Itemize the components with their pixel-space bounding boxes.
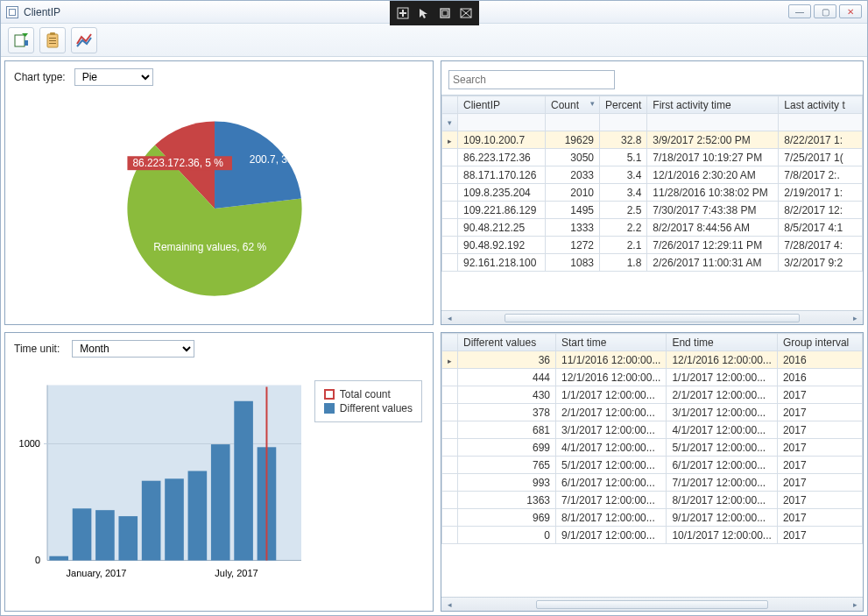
overlay-capture-icon[interactable] xyxy=(458,5,474,21)
minimize-button[interactable]: — xyxy=(788,4,811,18)
chart-type-label: Chart type: xyxy=(14,71,66,83)
cell-gi: 2017 xyxy=(777,509,862,527)
export-button[interactable] xyxy=(8,27,34,53)
row-indicator xyxy=(442,369,458,386)
chart-button[interactable] xyxy=(71,27,97,53)
cell-gi: 2017 xyxy=(777,457,862,474)
table-row[interactable]: 6813/1/2017 12:00:00...4/1/2017 12:00:00… xyxy=(442,421,863,439)
table-row[interactable]: 3611/1/2016 12:00:00...12/1/2016 12:00:0… xyxy=(442,351,863,369)
overlay-square-icon[interactable] xyxy=(437,5,453,21)
table-row[interactable]: 109.8.235.20420103.411/28/2016 10:38:02 … xyxy=(442,184,863,202)
time-unit-controls: Time unit: Month xyxy=(5,333,433,365)
filter-row: ▾ xyxy=(442,114,863,131)
table-row[interactable]: 9698/1/2017 12:00:00...9/1/2017 12:00:00… xyxy=(442,509,863,527)
cell-gi: 2017 xyxy=(777,404,862,421)
maximize-button[interactable]: ▢ xyxy=(814,4,836,18)
cell-percent: 2.1 xyxy=(600,237,647,254)
scroll-left-icon[interactable]: ◂ xyxy=(443,314,455,322)
col-clientip[interactable]: ClientIP xyxy=(458,96,546,114)
table-row[interactable]: 109.10.200.71962932.83/9/2017 2:52:00 PM… xyxy=(442,131,863,149)
cell-ip: 90.48.92.192 xyxy=(458,237,546,254)
table-row[interactable]: 09/1/2017 12:00:00...10/1/2017 12:00:00.… xyxy=(442,527,863,544)
col-group-interval[interactable]: Group interval xyxy=(777,334,862,351)
row-indicator xyxy=(442,351,458,369)
table-row[interactable]: 90.48.92.19212722.17/26/2017 12:29:11 PM… xyxy=(442,237,863,254)
table-row[interactable]: 6994/1/2017 12:00:00...5/1/2017 12:00:00… xyxy=(442,439,863,457)
cell-start: 8/1/2017 12:00:00... xyxy=(556,509,667,527)
cell-start: 6/1/2017 12:00:00... xyxy=(556,474,667,492)
col-count[interactable]: Count xyxy=(546,96,600,114)
scroll-thumb[interactable] xyxy=(505,314,800,322)
bottom-grid-hscroll[interactable]: ◂ ▸ xyxy=(441,597,863,611)
time-unit-select[interactable]: Month xyxy=(72,340,194,358)
scroll-thumb[interactable] xyxy=(536,600,768,609)
cell-end: 6/1/2017 12:00:00... xyxy=(667,457,777,474)
cell-start: 7/1/2017 12:00:00... xyxy=(556,492,667,509)
col-first-activity[interactable]: First activity time xyxy=(647,96,779,114)
search-input[interactable] xyxy=(448,70,615,89)
table-row[interactable]: 109.221.86.12914952.57/30/2017 7:43:38 P… xyxy=(442,202,863,219)
cell-end: 9/1/2017 12:00:00... xyxy=(667,509,777,527)
cell-start: 9/1/2017 12:00:00... xyxy=(556,527,667,544)
row-indicator xyxy=(442,184,458,202)
cell-start: 11/1/2016 12:00:00... xyxy=(556,351,667,369)
table-row[interactable]: 88.171.170.12620333.412/1/2016 2:30:20 A… xyxy=(442,166,863,184)
cell-start: 4/1/2017 12:00:00... xyxy=(556,439,667,457)
cell-last: 8/22/2017 1: xyxy=(779,131,863,149)
clipboard-button[interactable] xyxy=(39,27,66,53)
app-icon xyxy=(6,6,18,18)
xtick-jan: January, 2017 xyxy=(67,568,127,578)
cell-percent: 1.8 xyxy=(600,254,647,272)
filter-icon[interactable]: ▾ xyxy=(442,114,458,131)
chart-type-select[interactable]: Pie xyxy=(74,68,153,86)
cell-end: 3/1/2017 12:00:00... xyxy=(667,404,777,421)
table-row[interactable]: 7655/1/2017 12:00:00...6/1/2017 12:00:00… xyxy=(442,457,863,474)
bar xyxy=(165,478,184,560)
scroll-right-icon[interactable]: ▸ xyxy=(849,314,861,322)
row-indicator xyxy=(442,131,458,149)
cell-count: 2033 xyxy=(546,166,600,184)
table-row[interactable]: 9936/1/2017 12:00:00...7/1/2017 12:00:00… xyxy=(442,474,863,492)
cell-gi: 2016 xyxy=(777,369,862,386)
chart-type-controls: Chart type: Pie xyxy=(5,61,433,93)
ytick-1000: 1000 xyxy=(19,438,40,449)
table-row[interactable]: 4301/1/2017 12:00:00...2/1/2017 12:00:00… xyxy=(442,386,863,404)
cell-end: 2/1/2017 12:00:00... xyxy=(667,386,777,404)
overlay-add-icon[interactable] xyxy=(395,5,411,21)
svg-rect-12 xyxy=(49,43,56,44)
cell-start: 1/1/2017 12:00:00... xyxy=(556,386,667,404)
row-indicator xyxy=(442,386,458,404)
scroll-left-icon[interactable]: ◂ xyxy=(443,600,455,609)
table-row[interactable]: 3782/1/2017 12:00:00...3/1/2017 12:00:00… xyxy=(442,404,863,421)
cell-first: 8/2/2017 8:44:56 AM xyxy=(647,219,779,237)
col-start-time[interactable]: Start time xyxy=(556,334,667,351)
scroll-right-icon[interactable]: ▸ xyxy=(849,600,861,609)
col-diff-values[interactable]: Different values xyxy=(458,334,556,351)
table-row[interactable]: 92.161.218.10010831.82/26/2017 11:00:31 … xyxy=(442,254,863,272)
cell-dv: 765 xyxy=(458,457,556,474)
cell-start: 12/1/2016 12:00:00... xyxy=(556,369,667,386)
cell-ip: 109.221.86.129 xyxy=(458,202,546,219)
table-row[interactable]: 13637/1/2017 12:00:00...8/1/2017 12:00:0… xyxy=(442,492,863,509)
legend-diff-label: Different values xyxy=(340,402,413,414)
row-indicator xyxy=(442,149,458,166)
close-button[interactable]: ✕ xyxy=(839,4,862,18)
content-area: Chart type: Pie 200.7, 33 % 86.223.172.3… xyxy=(1,57,867,615)
row-indicator xyxy=(442,439,458,457)
table-row[interactable]: 90.48.212.2513332.28/2/2017 8:44:56 AM8/… xyxy=(442,219,863,237)
row-indicator xyxy=(442,527,458,544)
table-row[interactable]: 86.223.172.3630505.17/18/2017 10:19:27 P… xyxy=(442,149,863,166)
table-row[interactable]: 44412/1/2016 12:00:00...1/1/2017 12:00:0… xyxy=(442,369,863,386)
top-grid-hscroll[interactable]: ◂ ▸ xyxy=(441,310,863,324)
cell-dv: 378 xyxy=(458,404,556,421)
legend-swatch-diff xyxy=(324,403,335,414)
top-grid: ClientIP Count Percent First activity ti… xyxy=(441,95,863,310)
cell-end: 8/1/2017 12:00:00... xyxy=(667,492,777,509)
overlay-pointer-icon[interactable] xyxy=(416,5,432,21)
cell-percent: 32.8 xyxy=(600,131,647,149)
cell-last: 8/2/2017 12: xyxy=(779,202,863,219)
col-last-activity[interactable]: Last activity t xyxy=(779,96,863,114)
col-percent[interactable]: Percent xyxy=(600,96,647,114)
cell-count: 1495 xyxy=(546,202,600,219)
col-end-time[interactable]: End time xyxy=(667,334,777,351)
